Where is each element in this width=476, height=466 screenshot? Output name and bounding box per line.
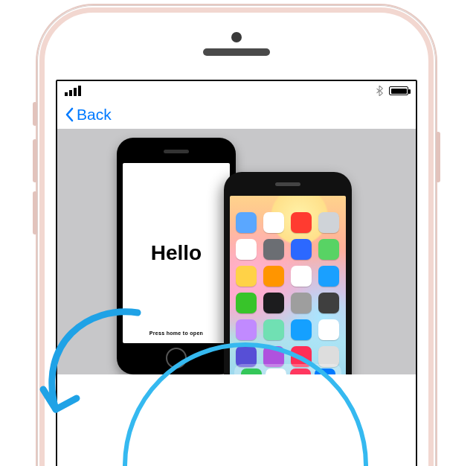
home-screen-app-icon	[291, 266, 312, 287]
home-screen-app-icon	[236, 266, 257, 287]
home-screen-app-icon	[291, 319, 312, 340]
home-screen-app-icon	[236, 212, 257, 233]
iphone-device-frame: Back Hello Press home to open	[36, 4, 437, 466]
volume-down-button	[33, 191, 37, 234]
home-screen-app-icon	[291, 239, 312, 260]
home-screen-app-icon	[236, 293, 257, 313]
dock-app-icon	[315, 368, 335, 374]
hello-subtext: Press home to open	[149, 331, 203, 336]
home-screen-app-icon	[318, 212, 339, 233]
front-sensor	[231, 32, 242, 42]
home-screen-iphone-illustration	[224, 172, 352, 374]
battery-icon	[389, 86, 408, 95]
home-screen-app-icon	[263, 319, 284, 340]
home-screen-app-icon	[318, 319, 339, 340]
home-screen-app-icon	[263, 266, 284, 287]
home-screen-app-icon	[318, 293, 339, 313]
home-screen-app-icon	[263, 212, 284, 233]
cellular-signal-icon	[65, 86, 81, 96]
chevron-left-icon	[63, 107, 75, 122]
power-button	[436, 132, 440, 182]
hero-image-area: Hello Press home to open	[57, 129, 416, 374]
home-screen-app-icon	[236, 239, 257, 260]
home-screen-app-icon	[236, 319, 257, 340]
earpiece-speaker	[203, 48, 270, 56]
hello-iphone-illustration: Hello Press home to open	[117, 138, 236, 374]
device-screen: Back Hello Press home to open	[56, 80, 417, 466]
home-screen-app-icon	[291, 212, 312, 233]
home-screen-app-icon	[318, 239, 339, 260]
status-bar	[57, 81, 416, 100]
dock-app-icon	[241, 368, 262, 374]
hello-text: Hello	[151, 241, 202, 265]
home-screen-app-icon	[318, 266, 339, 287]
home-screen-app-icon	[263, 239, 284, 260]
mute-switch	[33, 102, 37, 126]
home-screen-app-icon	[291, 293, 312, 313]
home-screen-app-icon	[263, 293, 284, 313]
back-label: Back	[77, 106, 112, 124]
bottom-panel: Set Up Manually	[57, 374, 416, 466]
volume-up-button	[33, 139, 37, 182]
navigation-bar: Back	[57, 100, 416, 129]
bluetooth-icon	[376, 86, 383, 96]
dock-app-icon	[290, 368, 311, 374]
dock-app-icon	[266, 368, 286, 374]
back-button[interactable]: Back	[63, 106, 112, 124]
